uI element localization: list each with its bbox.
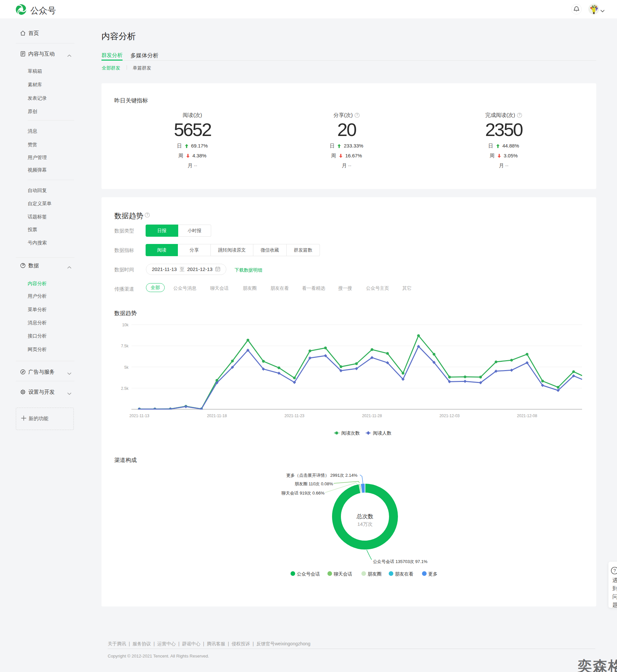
svg-text:总次数: 总次数: [357, 513, 374, 520]
svg-text:朋友圈: 朋友圈: [368, 571, 382, 577]
svg-text:朋友在看: 朋友在看: [395, 571, 413, 577]
svg-text:?: ?: [519, 113, 521, 117]
svg-text:聊天会话 919次 0.66%: 聊天会话 919次 0.66%: [281, 490, 325, 495]
svg-text:聊天会话: 聊天会话: [334, 571, 352, 577]
svg-text:2021-11-28: 2021-11-28: [362, 413, 382, 418]
svg-text:7.5k: 7.5k: [121, 344, 129, 348]
svg-text:?: ?: [146, 213, 148, 217]
svg-text:2021-11-13: 2021-11-13: [130, 413, 150, 418]
svg-text:2021-11-23: 2021-11-23: [284, 413, 305, 418]
svg-text:阅读次数: 阅读次数: [341, 430, 360, 435]
svg-text:2021-12-03: 2021-12-03: [439, 413, 460, 418]
svg-text:更多（点击展开详情） 2991次 2.14%: 更多（点击展开详情） 2991次 2.14%: [286, 473, 358, 478]
svg-text:朋友圈 110次 0.08%: 朋友圈 110次 0.08%: [294, 481, 333, 486]
svg-text:?: ?: [356, 113, 358, 117]
svg-text:5k: 5k: [124, 365, 129, 370]
svg-text:2.5k: 2.5k: [121, 386, 129, 391]
svg-text:10k: 10k: [122, 323, 129, 327]
svg-text:14万次: 14万次: [358, 521, 373, 527]
svg-text:阅读人数: 阅读人数: [373, 430, 391, 435]
svg-text:2021-12-08: 2021-12-08: [517, 413, 537, 418]
svg-text:公众号会话 135703次 97.1%: 公众号会话 135703次 97.1%: [373, 559, 428, 564]
svg-text:更多: 更多: [428, 571, 437, 577]
svg-text:公众号会话: 公众号会话: [297, 571, 320, 577]
svg-text:?: ?: [613, 568, 616, 573]
svg-text:2021-11-18: 2021-11-18: [207, 413, 227, 418]
